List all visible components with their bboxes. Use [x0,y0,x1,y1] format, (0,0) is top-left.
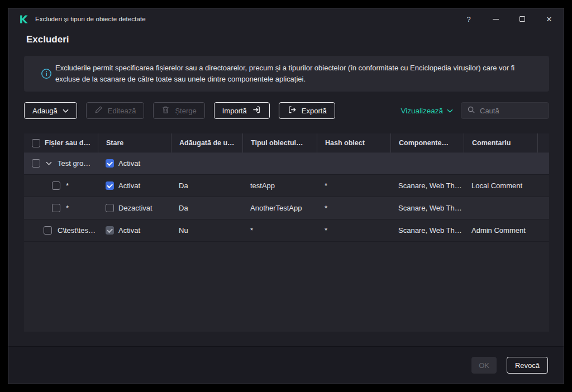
header-added-by: Adăugată de u… [171,133,242,152]
cell-object-type: * [242,226,317,235]
import-icon [252,105,261,116]
export-button-label: Exportă [302,107,327,115]
search-box [461,102,549,119]
table-row[interactable]: * Activat Da testApp * Scanare, Web Th… … [24,175,549,197]
footer: OK Revocă [8,346,564,384]
pencil-icon [94,106,103,116]
status-label: Activat [118,181,140,190]
header-status: Stare [98,133,171,152]
window-title: Excluderi și tipuri de obiecte detectate [35,16,146,22]
status-label: Activat [118,159,140,168]
cell-hash: * [317,226,390,235]
cell-object-type: AnotherTestApp [242,204,317,212]
select-all-checkbox[interactable] [32,139,40,147]
cell-components: Scanare, Web Th… [390,226,464,235]
view-dropdown-label: Vizualizează [401,107,443,115]
row-name: C\test\tes… [58,226,96,235]
table-row[interactable]: Test gro… Activat [24,152,549,175]
add-button[interactable]: Adaugă [24,102,77,119]
chevron-down-icon [447,109,453,113]
header-file: Fișier sau d… [24,133,98,152]
import-button-label: Importă [222,107,247,115]
help-icon[interactable]: ? [464,8,473,30]
kaspersky-logo-icon [18,14,28,24]
info-banner-text: Excluderile permit specificarea fișierel… [55,63,537,84]
status-checkbox[interactable] [106,181,114,190]
close-icon[interactable]: ✕ [545,8,554,30]
cell-object-type: testApp [242,181,317,190]
row-select-checkbox[interactable] [52,204,60,212]
cell-components: Scanare, Web Th… [390,181,464,190]
cell-comment: Admin Comment [464,226,537,235]
trash-icon [161,106,170,116]
titlebar: Excluderi și tipuri de obiecte detectate… [8,8,564,30]
status-label: Activat [118,226,140,235]
cell-hash: * [317,181,390,190]
table-row[interactable]: * Dezactivat Da AnotherTestApp * Scanare… [24,197,549,219]
header-components: Componente… [390,133,464,152]
edit-button[interactable]: Editează [86,102,145,119]
row-select-checkbox[interactable] [52,181,60,190]
header-comment: Comentariu [464,133,537,152]
search-input[interactable] [480,107,543,115]
cell-components: Scanare, Web Th… [390,204,464,212]
add-button-label: Adaugă [32,107,58,115]
info-icon [41,68,52,79]
window-controls: ? ✕ [464,8,554,30]
edit-button-label: Editează [108,107,136,115]
export-icon [287,105,297,116]
table-row[interactable]: C\test\tes… Activat Nu * * Scanare, Web … [24,219,549,242]
minimize-icon[interactable] [491,8,500,30]
cell-added-by: Nu [171,226,242,235]
maximize-icon[interactable] [518,8,527,30]
table-header: Fișier sau d… Stare Adăugată de u… Tipul… [24,133,549,152]
cell-comment: Local Comment [464,181,537,190]
row-select-checkbox[interactable] [44,226,52,235]
header-hash: Hash obiect [317,133,390,152]
export-button[interactable]: Exportă [279,102,335,119]
import-button[interactable]: Importă [214,102,270,119]
row-name: Test gro… [58,159,90,168]
chevron-down-icon [63,109,69,113]
info-banner: Excluderile permit specificarea fișierel… [24,56,549,92]
exclusions-table: Fișier sau d… Stare Adăugată de u… Tipul… [24,133,549,332]
header-object-type: Tipul obiectul… [242,133,317,152]
page-title: Excluderi [26,34,69,45]
header-spacer [537,133,549,152]
status-label: Dezactivat [118,204,152,212]
delete-button-label: Șterge [175,107,196,115]
header-file-label: Fișier sau d… [45,139,90,147]
status-checkbox[interactable] [106,204,114,212]
row-name: * [66,204,69,212]
ok-button[interactable]: OK [471,357,497,374]
row-name: * [66,181,69,190]
chevron-down-icon[interactable] [46,161,52,165]
app-window: Excluderi și tipuri de obiecte detectate… [8,8,564,384]
status-checkbox [106,226,114,235]
cell-hash: * [317,204,390,212]
row-select-checkbox[interactable] [32,159,40,168]
toolbar: Adaugă Editează Șterge Importă [24,102,549,119]
status-checkbox[interactable] [106,159,114,168]
cancel-button[interactable]: Revocă [507,357,548,374]
view-dropdown[interactable]: Vizualizează [401,102,453,119]
search-icon [467,106,475,116]
delete-button[interactable]: Șterge [153,102,204,119]
cell-added-by: Da [171,204,242,212]
cell-added-by: Da [171,181,242,190]
